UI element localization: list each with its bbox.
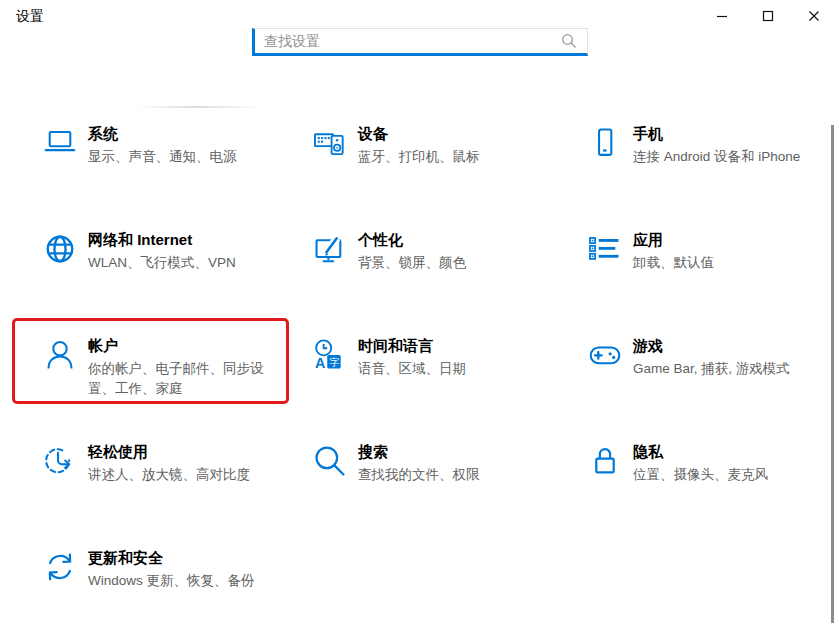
tile-title: 时间和语言 — [358, 337, 466, 355]
tile-title: 设备 — [358, 125, 480, 143]
tile-phone[interactable]: 手机 连接 Android 设备和 iPhone — [573, 112, 839, 218]
tile-subtitle: 你的帐户、电子邮件、同步设置、工作、家庭 — [88, 359, 269, 400]
tile-title: 个性化 — [358, 231, 466, 249]
ease-of-access-icon — [40, 442, 80, 482]
minimize-icon — [716, 10, 728, 22]
tile-subtitle: 位置、摄像头、麦克风 — [633, 465, 768, 485]
tile-subtitle: 讲述人、放大镜、高对比度 — [88, 465, 250, 485]
tile-accounts[interactable]: 帐户 你的帐户、电子邮件、同步设置、工作、家庭 — [28, 324, 298, 430]
tile-title: 隐私 — [633, 443, 768, 461]
tile-ease-of-access[interactable]: 轻松使用 讲述人、放大镜、高对比度 — [28, 430, 298, 536]
tile-title: 更新和安全 — [88, 549, 255, 567]
app-list-icon — [585, 230, 625, 270]
window-controls — [699, 0, 837, 32]
tile-title: 系统 — [88, 125, 237, 143]
gamepad-icon — [585, 336, 625, 376]
pen-screen-icon — [310, 230, 350, 270]
tile-subtitle: WLAN、飞行模式、VPN — [88, 253, 236, 273]
tile-subtitle: 卸载、默认值 — [633, 253, 714, 273]
tile-title: 网络和 Internet — [88, 231, 236, 249]
faint-divider — [135, 106, 260, 108]
magnifier-icon — [310, 442, 350, 482]
maximize-button[interactable] — [745, 0, 791, 32]
tile-title: 搜索 — [358, 443, 480, 461]
tile-gaming[interactable]: 游戏 Game Bar, 捕获, 游戏模式 — [573, 324, 839, 430]
close-button[interactable] — [791, 0, 837, 32]
tile-subtitle: 显示、声音、通知、电源 — [88, 147, 237, 167]
tile-title: 手机 — [633, 125, 800, 143]
tile-network[interactable]: 网络和 Internet WLAN、飞行模式、VPN — [28, 218, 298, 324]
tile-subtitle: 背景、锁屏、颜色 — [358, 253, 466, 273]
tile-subtitle: 连接 Android 设备和 iPhone — [633, 147, 800, 167]
search-input[interactable] — [255, 30, 561, 52]
svg-text:A: A — [315, 355, 325, 371]
tile-system[interactable]: 系统 显示、声音、通知、电源 — [28, 112, 298, 218]
tile-subtitle: Game Bar, 捕获, 游戏模式 — [633, 359, 790, 379]
tile-devices[interactable]: 设备 蓝牙、打印机、鼠标 — [298, 112, 573, 218]
phone-icon — [585, 124, 625, 164]
tile-time-language[interactable]: A 字 时间和语言 语音、区域、日期 — [298, 324, 573, 430]
clock-language-icon: A 字 — [310, 336, 350, 376]
person-icon — [40, 336, 80, 376]
tile-apps[interactable]: 应用 卸载、默认值 — [573, 218, 839, 324]
settings-grid: 系统 显示、声音、通知、电源 设备 蓝牙、打印机、鼠标 手机 连接 Androi… — [28, 112, 839, 632]
globe-icon — [40, 230, 80, 270]
tile-subtitle: 查找我的文件、权限 — [358, 465, 480, 485]
svg-text:字: 字 — [330, 357, 340, 368]
laptop-icon — [40, 124, 80, 164]
tile-title: 轻松使用 — [88, 443, 250, 461]
tile-title: 游戏 — [633, 337, 790, 355]
tile-title: 帐户 — [88, 337, 269, 355]
tile-subtitle: 语音、区域、日期 — [358, 359, 466, 379]
sync-icon — [40, 548, 80, 588]
minimize-button[interactable] — [699, 0, 745, 32]
tile-personalization[interactable]: 个性化 背景、锁屏、颜色 — [298, 218, 573, 324]
maximize-icon — [762, 10, 774, 22]
vertical-scrollbar[interactable] — [831, 125, 834, 623]
keyboard-speaker-icon — [310, 124, 350, 164]
tile-title: 应用 — [633, 231, 714, 249]
tile-subtitle: Windows 更新、恢复、备份 — [88, 571, 255, 591]
lock-icon — [585, 442, 625, 482]
search-icon — [561, 33, 577, 49]
tile-subtitle: 蓝牙、打印机、鼠标 — [358, 147, 480, 167]
search-box — [252, 28, 588, 56]
app-title: 设置 — [16, 8, 44, 26]
tile-privacy[interactable]: 隐私 位置、摄像头、麦克风 — [573, 430, 839, 536]
tile-search[interactable]: 搜索 查找我的文件、权限 — [298, 430, 573, 536]
close-icon — [808, 10, 820, 22]
tile-update-security[interactable]: 更新和安全 Windows 更新、恢复、备份 — [28, 536, 298, 632]
